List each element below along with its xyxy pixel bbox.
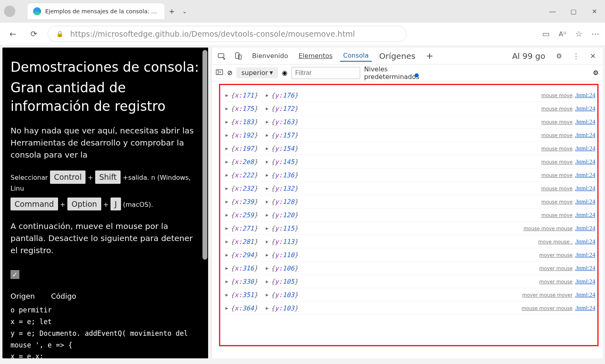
expand-x-icon[interactable]: ▶: [225, 306, 228, 311]
issues-badge[interactable]: Al 99 go: [509, 50, 549, 62]
tab-add[interactable]: +: [423, 49, 436, 62]
expand-x-icon[interactable]: ▶: [225, 212, 228, 218]
expand-y-icon[interactable]: ▶: [266, 146, 269, 151]
expand-y-icon[interactable]: ▶: [266, 106, 269, 111]
browser-tab[interactable]: Ejemplos de mensajes de la consola: Usar: [27, 3, 165, 19]
source-location[interactable]: .html:24: [575, 132, 595, 139]
clear-console-icon[interactable]: ⊘: [227, 69, 232, 77]
source-label[interactable]: mouse move: [541, 146, 573, 152]
expand-y-icon[interactable]: ▶: [266, 199, 269, 204]
tab-console[interactable]: Consola: [340, 50, 372, 62]
console-row[interactable]: ▶{x: 232}▶{y: 132}mouse move.html:24: [225, 182, 595, 195]
expand-x-icon[interactable]: ▶: [225, 252, 228, 258]
minimize-button[interactable]: ―: [542, 3, 563, 19]
source-location[interactable]: .html:24: [575, 145, 595, 152]
favorite-icon[interactable]: ☆: [575, 29, 582, 39]
source-location[interactable]: .html:24: [575, 265, 595, 272]
console-row[interactable]: ▶{x: 330}▶{y: 105}mover mouse.html:24: [225, 275, 595, 288]
logging-checkbox[interactable]: ✓: [10, 270, 19, 279]
source-location[interactable]: .html:24: [575, 92, 595, 99]
source-location[interactable]: .html:24: [575, 198, 595, 205]
source-label[interactable]: mouse move: [541, 199, 573, 205]
source-label[interactable]: mouse move: [541, 93, 573, 98]
source-location[interactable]: .html:24: [575, 172, 595, 179]
tab-sources[interactable]: Orígenes: [376, 50, 419, 62]
source-label[interactable]: mouse move mouse: [524, 226, 573, 231]
tab-welcome[interactable]: Bienvenido: [249, 50, 291, 61]
expand-x-icon[interactable]: ▶: [225, 133, 228, 138]
inspect-element-icon[interactable]: [215, 50, 228, 62]
source-label[interactable]: move mouse .: [538, 239, 572, 245]
expand-y-icon[interactable]: ▶: [266, 186, 269, 191]
expand-x-icon[interactable]: ▶: [225, 119, 228, 125]
profile-avatar-icon[interactable]: [4, 6, 15, 17]
expand-x-icon[interactable]: ▶: [225, 266, 228, 271]
expand-y-icon[interactable]: ▶: [266, 93, 269, 98]
tabs-dropdown-icon[interactable]: ⌄: [179, 8, 190, 15]
source-label[interactable]: mouse move: [541, 106, 573, 112]
expand-y-icon[interactable]: ▶: [266, 212, 269, 218]
expand-x-icon[interactable]: ▶: [225, 199, 228, 204]
expand-x-icon[interactable]: ▶: [225, 106, 228, 111]
settings-icon[interactable]: ⚙: [553, 50, 565, 62]
console-settings-icon[interactable]: ⚙: [593, 69, 599, 77]
expand-x-icon[interactable]: ▶: [225, 292, 228, 297]
console-sidebar-toggle-icon[interactable]: [216, 69, 223, 77]
console-row[interactable]: ▶{x: 175}▶{y: 172}mouse move.html:24: [225, 102, 595, 115]
context-dropdown[interactable]: superior ▼: [236, 67, 277, 78]
console-row[interactable]: ▶{x: 294}▶{y: 110}mover mouse.html:24: [225, 248, 595, 262]
expand-x-icon[interactable]: ▶: [225, 146, 228, 151]
source-location[interactable]: .html:24: [575, 291, 595, 298]
source-label[interactable]: mouse mover mouse: [522, 306, 573, 311]
console-row[interactable]: ▶{x: 171}▶{y: 176}mouse move.html:24: [225, 89, 595, 102]
source-label[interactable]: mouse move: [541, 186, 573, 191]
console-row[interactable]: ▶{x: 2e8}▶{y: 145}mouse move.html:24: [225, 155, 595, 168]
source-location[interactable]: .html:24: [575, 278, 595, 285]
scrollbar-thumb[interactable]: [202, 50, 207, 260]
expand-x-icon[interactable]: ▶: [225, 93, 228, 98]
console-row[interactable]: ▶{x: 183}▶{y: 163}mouse move.html:24: [225, 115, 595, 129]
source-label[interactable]: mouse move: [541, 212, 573, 218]
expand-y-icon[interactable]: ▶: [266, 159, 269, 164]
close-button[interactable]: ✕: [584, 3, 605, 19]
expand-x-icon[interactable]: ▶: [225, 173, 228, 178]
new-tab-button[interactable]: ＋: [165, 5, 179, 17]
source-label[interactable]: mover mouse: [539, 266, 573, 271]
source-label[interactable]: mouse move: [541, 173, 573, 178]
console-row[interactable]: ▶{x: 222}▶{y: 136}mouse move.html:24: [225, 168, 595, 182]
source-label[interactable]: mouse move: [541, 159, 573, 165]
console-row[interactable]: ▶{x: 197}▶{y: 154}mouse move.html:24: [225, 142, 595, 155]
read-aloud-icon[interactable]: A⁾⁾: [559, 30, 566, 38]
expand-x-icon[interactable]: ▶: [225, 239, 228, 244]
source-location[interactable]: .html:24: [575, 158, 595, 165]
expand-y-icon[interactable]: ▶: [266, 133, 269, 138]
page-scrollbar[interactable]: [202, 48, 208, 358]
expand-y-icon[interactable]: ▶: [266, 292, 269, 297]
expand-y-icon[interactable]: ▶: [266, 252, 269, 258]
source-label[interactable]: mouse move: [541, 119, 573, 125]
source-label[interactable]: mover mouse: [539, 252, 573, 258]
device-emulation-icon[interactable]: [232, 50, 245, 62]
back-button[interactable]: ←: [6, 27, 20, 41]
expand-x-icon[interactable]: ▶: [225, 159, 228, 164]
source-location[interactable]: .html:24: [575, 252, 595, 258]
source-location[interactable]: .html:24: [575, 212, 595, 218]
console-row[interactable]: ▶{x: 192}▶{y: 157}mouse move.html:24: [225, 129, 595, 142]
app-icon[interactable]: ▭: [542, 29, 550, 39]
expand-y-icon[interactable]: ▶: [266, 226, 269, 231]
console-row[interactable]: ▶{x: 351}▶{y: 103}mover mouse mover.html…: [225, 288, 595, 302]
log-levels-dropdown[interactable]: Niveles predeterminados: [364, 65, 444, 81]
tab-elements[interactable]: Elementos: [295, 50, 336, 61]
expand-y-icon[interactable]: ▶: [266, 173, 269, 178]
source-location[interactable]: .html:24: [575, 185, 595, 192]
expand-x-icon[interactable]: ▶: [225, 279, 228, 284]
expand-y-icon[interactable]: ▶: [266, 266, 269, 271]
source-location[interactable]: .html:24: [575, 225, 595, 232]
expand-y-icon[interactable]: ▶: [266, 119, 269, 125]
expand-x-icon[interactable]: ▶: [225, 226, 228, 231]
source-label[interactable]: mover mouse mover: [522, 292, 573, 298]
source-location[interactable]: .html:24: [575, 105, 595, 112]
devtools-close-icon[interactable]: ✕: [586, 50, 599, 62]
source-location[interactable]: .html:24: [575, 119, 595, 125]
source-label[interactable]: mouse move: [541, 133, 573, 138]
